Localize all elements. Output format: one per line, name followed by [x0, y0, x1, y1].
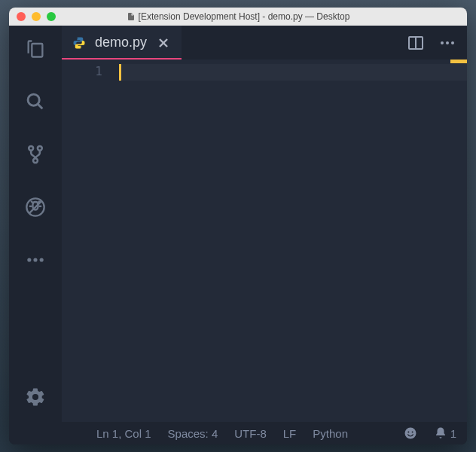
titlebar: [Extension Development Host] - demo.py —… [9, 8, 467, 26]
more-icon[interactable] [23, 247, 48, 273]
python-file-icon [72, 36, 86, 50]
split-editor-icon[interactable] [407, 34, 425, 52]
editor-area: demo.py 1 [62, 26, 467, 422]
svg-point-12 [33, 258, 37, 261]
svg-point-23 [411, 432, 413, 433]
minimize-window-button[interactable] [32, 12, 41, 21]
line-number: 1 [62, 64, 102, 81]
activity-bar [9, 26, 62, 422]
close-tab-icon[interactable] [156, 35, 171, 50]
svg-point-2 [29, 146, 33, 151]
svg-point-22 [407, 432, 409, 433]
svg-point-4 [33, 158, 38, 163]
cursor-caret [119, 64, 121, 81]
active-line-highlight [119, 64, 467, 81]
tab-demo-py[interactable]: demo.py [62, 26, 182, 60]
traffic-lights [17, 12, 56, 21]
tab-filename: demo.py [95, 35, 147, 50]
overview-ruler-mark [450, 60, 467, 63]
svg-line-1 [38, 105, 43, 109]
status-indentation[interactable]: Spaces: 4 [168, 427, 218, 440]
feedback-smiley-icon[interactable] [404, 426, 417, 440]
svg-point-21 [404, 428, 416, 439]
svg-point-11 [27, 258, 31, 261]
editor-more-icon[interactable] [438, 34, 456, 52]
tab-bar: demo.py [62, 26, 467, 60]
svg-point-19 [446, 41, 449, 44]
svg-point-18 [441, 41, 444, 44]
line-gutter: 1 [62, 60, 119, 422]
close-window-button[interactable] [17, 12, 26, 21]
source-control-icon[interactable] [23, 142, 48, 167]
debug-icon[interactable] [23, 194, 48, 220]
svg-line-9 [31, 201, 32, 203]
window-title-text: [Extension Development Host] - demo.py —… [139, 11, 350, 22]
svg-point-3 [38, 146, 42, 151]
notifications-count: 1 [450, 427, 456, 440]
explorer-icon[interactable] [23, 36, 48, 62]
svg-point-13 [40, 258, 44, 261]
editor-actions [407, 26, 467, 60]
vscode-window: [Extension Development Host] - demo.py —… [9, 8, 467, 444]
main-area: demo.py 1 [9, 26, 467, 422]
svg-point-20 [451, 41, 454, 44]
search-icon[interactable] [23, 89, 48, 115]
svg-line-10 [38, 201, 40, 203]
svg-point-0 [28, 94, 39, 105]
notifications-button[interactable]: 1 [434, 426, 456, 440]
file-icon [127, 12, 136, 21]
status-bar: Ln 1, Col 1 Spaces: 4 UTF-8 LF Python 1 [9, 422, 467, 444]
settings-gear-icon[interactable] [23, 384, 48, 410]
bell-icon [434, 426, 447, 440]
status-eol[interactable]: LF [283, 427, 297, 440]
zoom-window-button[interactable] [47, 12, 56, 21]
code-editor[interactable]: 1 [62, 60, 467, 422]
status-cursor-position[interactable]: Ln 1, Col 1 [96, 427, 151, 440]
window-title: [Extension Development Host] - demo.py —… [9, 11, 467, 22]
status-encoding[interactable]: UTF-8 [234, 427, 267, 440]
status-language[interactable]: Python [313, 427, 348, 440]
code-content[interactable] [119, 60, 467, 422]
